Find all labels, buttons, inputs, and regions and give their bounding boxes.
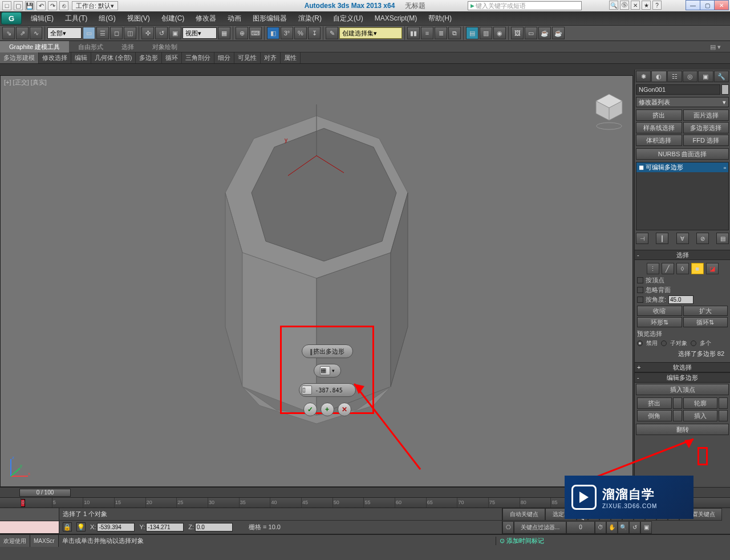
panel-geomall[interactable]: 几何体 (全部) xyxy=(91,52,136,63)
bind-icon[interactable]: ∿ xyxy=(30,27,42,39)
menu-animation[interactable]: 动画 xyxy=(222,12,247,25)
menu-view[interactable]: 视图(V) xyxy=(121,12,156,25)
qat-open-icon[interactable]: ▢ xyxy=(14,1,23,10)
rollout-softsel-header[interactable]: +软选择 xyxy=(635,362,730,372)
refcoord-dropdown[interactable]: 视图 ▾ xyxy=(182,27,217,39)
stack-item-editable-poly[interactable]: ◼ 可编辑多边形▫ xyxy=(636,163,728,172)
ignore-backfacing-check[interactable]: 忽略背面 xyxy=(637,285,728,295)
viewport-label[interactable]: [+] [正交] [真实] xyxy=(4,78,47,87)
tab-freeform[interactable]: 自由形式 xyxy=(69,41,112,52)
inset-button[interactable]: 插入 xyxy=(683,410,718,421)
scale-icon[interactable]: ▣ xyxy=(169,27,181,39)
menu-edit[interactable]: 编辑(E) xyxy=(25,12,59,25)
qat-new-icon[interactable]: □ xyxy=(2,1,11,10)
search-go-icon[interactable]: 🔍 xyxy=(609,1,618,10)
align-icon[interactable]: ≡ xyxy=(421,27,433,39)
mod-splinesel[interactable]: 样条线选择 xyxy=(636,122,682,133)
mod-extrude[interactable]: 挤出 xyxy=(636,109,682,121)
qat-save-icon[interactable]: 💾 xyxy=(25,1,34,10)
menu-create[interactable]: 创建(C) xyxy=(156,12,190,25)
maximize-button[interactable]: ▢ xyxy=(700,0,715,10)
loop-button[interactable]: 循环 ⇅ xyxy=(683,317,728,327)
workspace-selector[interactable]: 工作台: 默认 ▾ xyxy=(72,1,118,10)
mod-polysel[interactable]: 多边形选择 xyxy=(683,122,729,133)
select-object-icon[interactable]: ▭ xyxy=(83,27,95,39)
spinner-snap-icon[interactable]: ↧ xyxy=(308,27,321,39)
schematic-icon[interactable]: ▥ xyxy=(480,27,492,39)
viewport[interactable]: [+] [正交] [真实] z xyxy=(1,76,632,486)
app-menu-button[interactable]: G xyxy=(1,12,22,25)
layer-icon[interactable]: ≣ xyxy=(435,27,447,39)
script-listener-output[interactable] xyxy=(0,508,59,521)
menu-modifiers[interactable]: 修改器 xyxy=(190,12,222,25)
time-config-icon[interactable]: ⏱ xyxy=(595,521,606,534)
keymode-icon[interactable]: ⌨ xyxy=(249,27,262,39)
script-listener-input[interactable] xyxy=(0,521,59,534)
favorite-icon[interactable]: ★ xyxy=(642,1,651,10)
coord-z-field[interactable] xyxy=(195,523,233,531)
window-crossing-icon[interactable]: ◫ xyxy=(124,27,136,39)
panel-poly[interactable]: 多边形 xyxy=(136,52,162,63)
coord-y-field[interactable] xyxy=(146,523,184,531)
help-icon[interactable]: ? xyxy=(652,1,662,10)
time-slider-thumb[interactable]: 0 / 100 xyxy=(19,489,71,497)
menu-tools[interactable]: 工具(T) xyxy=(59,12,93,25)
named-selection-dropdown[interactable]: 创建选择集 ▾ xyxy=(339,27,402,39)
qat-undo-icon[interactable]: ↶ xyxy=(36,1,46,10)
show-end-icon[interactable]: ┃ xyxy=(656,233,668,244)
subobj-polygon[interactable]: ■ xyxy=(691,263,704,274)
selection-lock-icon[interactable]: 🔒 xyxy=(63,522,72,531)
subobj-vertex[interactable]: ⋮ xyxy=(647,263,659,274)
panel-tri[interactable]: 三角剖分 xyxy=(182,52,214,63)
insert-vertex-button[interactable]: 插入顶点 xyxy=(636,384,729,395)
preview-subobj-radio[interactable] xyxy=(661,340,667,346)
ribbon-min-icon[interactable]: ▤ ▾ xyxy=(701,41,730,52)
modifier-stack[interactable]: ◼ 可编辑多边形▫ xyxy=(636,162,729,230)
tab-selection[interactable]: 选择 xyxy=(112,41,143,52)
subobj-edge[interactable]: ╱ xyxy=(662,263,674,274)
ring-button[interactable]: 环形 ⇅ xyxy=(637,317,682,327)
nav-e-icon[interactable]: ✋ xyxy=(606,521,618,534)
angle-snap-icon[interactable]: 3° xyxy=(281,27,293,39)
grapheditor-icon[interactable]: ⧉ xyxy=(448,27,461,39)
bevel-settings-button[interactable] xyxy=(673,410,682,421)
close-button[interactable]: ✕ xyxy=(714,0,729,10)
mirror-icon[interactable]: ▮▮ xyxy=(407,27,420,39)
outline-settings-button[interactable] xyxy=(719,397,728,409)
tab-objectpaint[interactable]: 对象绘制 xyxy=(143,41,186,52)
isolate-icon[interactable]: 💡 xyxy=(76,522,86,531)
panel-loop[interactable]: 循环 xyxy=(162,52,182,63)
tab-display-icon[interactable]: ▣ xyxy=(698,71,713,82)
preview-multi-radio[interactable] xyxy=(691,340,696,346)
nav-g-icon[interactable]: ↺ xyxy=(629,521,640,534)
menu-customize[interactable]: 自定义(U) xyxy=(327,12,369,25)
panel-polymodel[interactable]: 多边形建模 xyxy=(0,52,39,63)
outline-button[interactable]: 轮廓 xyxy=(683,397,718,409)
rotate-icon[interactable]: ↺ xyxy=(155,27,168,39)
panel-vis[interactable]: 可见性 xyxy=(234,52,261,63)
maxscript-tab[interactable]: MAXScr xyxy=(30,535,59,547)
move-icon[interactable]: ✣ xyxy=(141,27,154,39)
select-rect-icon[interactable]: ◻ xyxy=(110,27,123,39)
manipulate-icon[interactable]: ⊕ xyxy=(236,27,248,39)
menu-maxscript[interactable]: MAXScript(M) xyxy=(369,12,423,25)
keyfilter-button[interactable]: 关键点过滤器... xyxy=(514,521,566,534)
minimize-button[interactable]: — xyxy=(686,0,700,10)
mod-patchsel[interactable]: 面片选择 xyxy=(683,109,729,121)
rollout-selection-header[interactable]: -选择 xyxy=(635,250,730,260)
snap-toggle-icon[interactable]: ◧ xyxy=(267,27,279,39)
pivot-icon[interactable]: ▦ xyxy=(218,27,230,39)
tab-create-icon[interactable]: ✺ xyxy=(636,71,651,82)
pin-stack-icon[interactable]: ⊣ xyxy=(636,233,648,244)
tab-motion-icon[interactable]: ◎ xyxy=(683,71,697,82)
panel-subdiv[interactable]: 细分 xyxy=(214,52,234,63)
render-icon[interactable]: ☕ xyxy=(538,27,551,39)
menu-render[interactable]: 渲染(R) xyxy=(293,12,327,25)
exchange-icon[interactable]: ✕ xyxy=(631,1,640,10)
current-frame-field[interactable]: 0 xyxy=(566,521,595,534)
render-setup-icon[interactable]: 🖼 xyxy=(511,27,524,39)
tab-utilities-icon[interactable]: 🔧 xyxy=(714,71,729,82)
subobj-border[interactable]: ◊ xyxy=(676,263,689,274)
menu-grapheditors[interactable]: 图形编辑器 xyxy=(247,12,293,25)
curve-editor-icon[interactable]: ▤ xyxy=(466,27,478,39)
